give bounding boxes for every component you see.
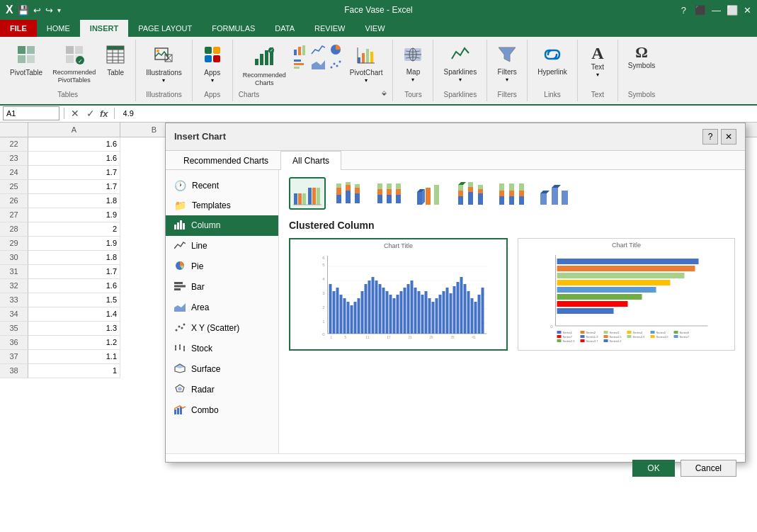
confirm-formula-btn[interactable]: ✓: [84, 108, 97, 119]
chart-preview-1[interactable]: Chart Title 0 1 2 3: [289, 238, 508, 351]
svg-rect-10: [107, 46, 124, 50]
row-num-22: 22: [0, 137, 28, 152]
chart-type-clustered-column[interactable]: [289, 177, 326, 210]
cell-a35[interactable]: 1.3: [28, 322, 120, 336]
ribbon-display-icon[interactable]: ⬛: [695, 5, 706, 16]
map-button[interactable]: Map ▾: [399, 43, 427, 85]
cell-a34[interactable]: 1.4: [28, 307, 120, 322]
chart-type-stacked-column[interactable]: [330, 177, 367, 210]
tab-view[interactable]: VIEW: [355, 20, 394, 37]
svg-rect-232: [604, 335, 608, 338]
sidebar-item-radar[interactable]: Radar: [166, 380, 278, 400]
svg-rect-38: [294, 63, 304, 65]
cell-a31[interactable]: 1.7: [28, 265, 120, 279]
chart-type-3d-stacked-column[interactable]: [453, 177, 490, 210]
col-header-a[interactable]: A: [28, 123, 120, 137]
sidebar-item-stock[interactable]: Stock: [166, 339, 278, 359]
svg-text:Series1: Series1: [563, 331, 573, 334]
sidebar-item-pie[interactable]: Pie: [166, 256, 278, 277]
sidebar-item-area[interactable]: Area: [166, 298, 278, 318]
dialog-help-btn[interactable]: ?: [702, 129, 718, 145]
sidebar-item-line[interactable]: Line: [166, 236, 278, 256]
undo-icon[interactable]: ↩: [33, 5, 41, 16]
chart-type-100-stacked-column[interactable]: [371, 177, 408, 210]
svg-rect-92: [336, 195, 341, 203]
recommended-charts-button[interactable]: ✓ RecommendedCharts: [239, 43, 290, 89]
dialog-cancel-button[interactable]: Cancel: [681, 460, 736, 477]
sidebar-item-scatter-label: X Y (Scatter): [191, 323, 239, 333]
cell-a37[interactable]: 1.1: [28, 350, 120, 364]
cell-a38[interactable]: 1: [28, 364, 120, 378]
quick-access-dropdown[interactable]: ▾: [57, 6, 61, 14]
chart-type-3d-clustered-column[interactable]: [412, 177, 449, 210]
recommended-pivottables-button[interactable]: ✓ RecommendedPivotTables: [48, 43, 100, 86]
sidebar-item-templates[interactable]: 📁 Templates: [166, 196, 278, 215]
tab-data[interactable]: DATA: [265, 20, 304, 37]
sidebar-item-surface[interactable]: Surface: [166, 359, 278, 380]
cell-a33[interactable]: 1.5: [28, 293, 120, 307]
minimize-btn[interactable]: —: [712, 5, 721, 16]
svg-rect-62: [174, 285, 186, 287]
cell-a32[interactable]: 1.6: [28, 279, 120, 293]
cell-a27[interactable]: 1.9: [28, 208, 120, 222]
svg-text:✓: ✓: [270, 48, 273, 52]
sidebar-item-column[interactable]: Column: [166, 215, 278, 236]
scatter-chart-small-btn[interactable]: [327, 57, 344, 72]
line-chart-small-btn[interactable]: [309, 43, 326, 57]
sidebar-item-combo[interactable]: Combo: [166, 400, 278, 421]
tab-page-layout[interactable]: PAGE LAYOUT: [128, 20, 202, 37]
dialog-close-btn[interactable]: ✕: [721, 129, 736, 145]
chart-type-3d-column[interactable]: [535, 177, 572, 210]
preview1-title: Chart Title: [293, 242, 503, 249]
cell-a30[interactable]: 1.8: [28, 251, 120, 265]
pivotchart-button[interactable]: PivotChart ▾: [346, 43, 387, 86]
text-button[interactable]: A Text ▾: [584, 43, 612, 80]
tab-insert[interactable]: INSERT: [80, 20, 128, 37]
apps-button[interactable]: Apps ▾: [198, 43, 227, 86]
cell-a24[interactable]: 1.7: [28, 166, 120, 180]
symbols-button[interactable]: Ω Symbols: [624, 43, 659, 72]
redo-icon[interactable]: ↪: [45, 5, 53, 16]
pivottable-button[interactable]: PivotTable: [6, 43, 47, 79]
sidebar-item-recent[interactable]: 🕐 Recent: [166, 176, 278, 196]
cell-a25[interactable]: 1.7: [28, 180, 120, 194]
cell-a22[interactable]: 1.6: [28, 137, 120, 152]
formula-input[interactable]: [120, 109, 754, 118]
cancel-formula-btn[interactable]: ✕: [69, 108, 81, 119]
dialog-tab-all-charts[interactable]: All Charts: [280, 151, 341, 170]
tab-home[interactable]: HOME: [37, 20, 80, 37]
function-wizard-btn[interactable]: fx: [100, 108, 108, 119]
name-box[interactable]: [3, 106, 59, 120]
illustrations-button[interactable]: Illustrations ▾: [142, 43, 186, 86]
svg-text:Series3.7: Series3.7: [586, 339, 599, 343]
chart-preview-2[interactable]: Chart Title 0: [518, 238, 735, 351]
area-chart-small-btn[interactable]: [309, 57, 326, 72]
tab-formulas[interactable]: FORMULAS: [202, 20, 265, 37]
cell-a29[interactable]: 1.9: [28, 237, 120, 251]
help-icon[interactable]: ?: [681, 5, 686, 16]
cell-a23[interactable]: 1.6: [28, 152, 120, 166]
close-btn[interactable]: ✕: [744, 5, 751, 16]
filters-button[interactable]: Filters ▾: [493, 43, 521, 85]
column-chart-small-btn[interactable]: [292, 43, 309, 57]
cell-a28[interactable]: 2: [28, 222, 120, 237]
bar-chart-small-btn[interactable]: [292, 57, 309, 72]
dialog-ok-button[interactable]: OK: [632, 460, 674, 477]
chart-type-icons: [289, 177, 735, 210]
cell-a26[interactable]: 1.8: [28, 194, 120, 208]
table-row: 25 1.7: [0, 180, 120, 194]
sidebar-item-bar[interactable]: Bar: [166, 277, 278, 298]
charts-group-expand[interactable]: ⬙: [382, 89, 387, 98]
quick-save-icon[interactable]: 💾: [18, 5, 29, 16]
tab-file[interactable]: FILE: [0, 20, 37, 37]
table-button[interactable]: Table: [101, 43, 130, 79]
tab-review[interactable]: REVIEW: [304, 20, 355, 37]
sparklines-button[interactable]: Sparklines ▾: [439, 43, 481, 85]
sidebar-item-scatter[interactable]: X Y (Scatter): [166, 318, 278, 339]
maximize-btn[interactable]: ⬜: [727, 5, 738, 16]
chart-type-3d-100-stacked-column[interactable]: [494, 177, 531, 210]
cell-a36[interactable]: 1.2: [28, 336, 120, 350]
dialog-tab-recommended[interactable]: Recommended Charts: [171, 151, 280, 170]
hyperlink-button[interactable]: Hyperlink: [533, 43, 571, 79]
pie-chart-small-btn[interactable]: [327, 43, 344, 57]
